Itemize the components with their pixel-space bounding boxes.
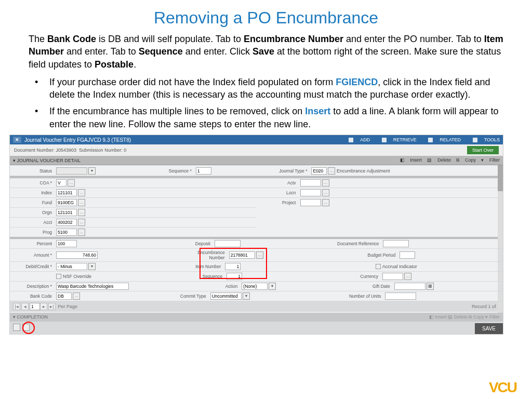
fund-field[interactable] <box>56 199 77 206</box>
journal-type-field[interactable] <box>311 167 327 175</box>
acct-lookup-icon[interactable]: … <box>78 219 85 226</box>
debit-credit-label: Debit/Credit * <box>10 262 54 271</box>
page-title: Removing a PO Encumbrance <box>29 8 503 28</box>
calendar-icon[interactable]: ▦ <box>427 283 434 290</box>
debit-credit-dropdown-icon[interactable]: ▾ <box>88 263 96 270</box>
retrieve-button[interactable]: RETRIEVE <box>377 137 417 142</box>
vcu-logo: VCU <box>489 379 516 396</box>
bank-code-lookup-icon[interactable]: … <box>73 292 80 300</box>
journal-type-lookup-icon[interactable]: … <box>328 167 335 175</box>
prog-field[interactable] <box>56 229 77 236</box>
item-number-field[interactable] <box>225 263 241 270</box>
section-header: ▾ JOURNAL VOUCHER DETAIL ◧ Insert ▤ Dele… <box>10 156 503 165</box>
percent-field[interactable] <box>56 240 77 247</box>
status-label: Status <box>10 166 54 176</box>
start-over-button[interactable]: Start Over <box>467 146 499 154</box>
orgn-lookup-icon[interactable]: … <box>78 209 85 216</box>
sequence-label: Sequence * <box>152 166 194 176</box>
action-field[interactable] <box>242 283 268 290</box>
intro-paragraph: The Bank Code is DB and will self popula… <box>29 33 503 71</box>
locn-label: Locn <box>257 188 298 197</box>
delete-button[interactable]: ▤ Delete <box>427 157 451 163</box>
status-field[interactable] <box>56 167 87 175</box>
bank-code-label: Bank Code <box>10 291 54 301</box>
prev-page-icon[interactable]: ◂ <box>21 303 29 310</box>
project-lookup-icon[interactable]: … <box>322 199 329 206</box>
insert-button[interactable]: ◧ Insert <box>400 157 422 163</box>
acct-field[interactable] <box>56 219 77 226</box>
locn-field[interactable] <box>300 189 321 196</box>
related-icon <box>428 138 433 142</box>
coa-field[interactable] <box>56 179 66 187</box>
bullet-1: If your purchase order did not have the … <box>49 76 503 101</box>
record-count: Record 1 of 1 <box>472 304 500 309</box>
num-units-field[interactable] <box>385 292 416 300</box>
enc-num-label: Encumbrance Number <box>185 249 227 261</box>
comp-btn-1[interactable] <box>13 324 20 331</box>
pager: |◂ ◂ ▸ ▸| Per Page Record 1 of 1 <box>10 301 503 312</box>
last-page-icon[interactable]: ▸| <box>48 303 56 310</box>
app-titlebar: ✕ Journal Voucher Entry FGAJVCD 9.3 (TES… <box>10 135 503 144</box>
fund-label: Fund <box>10 198 54 207</box>
filter-button[interactable]: ▾ Filter <box>481 157 500 163</box>
completion-header: ▾ COMPLETION ◧ Insert ▤ Delete ⧉ Copy ▾ … <box>10 313 503 322</box>
action-dropdown-icon[interactable]: ▾ <box>269 283 276 290</box>
budget-period-label: Budget Period <box>351 249 397 261</box>
save-button[interactable]: SAVE <box>475 323 503 334</box>
currency-field[interactable] <box>382 273 403 280</box>
project-field[interactable] <box>300 199 321 206</box>
nsf-label: NSF Override <box>63 274 91 279</box>
index-lookup-icon[interactable]: … <box>78 189 85 196</box>
next-page-icon[interactable]: ▸ <box>40 303 47 310</box>
amount-field[interactable] <box>56 251 98 259</box>
form-area: Status ▾ Sequence * Journal Type * … Enc… <box>10 165 503 313</box>
doc-ref-field[interactable] <box>383 240 409 247</box>
commit-type-field[interactable] <box>210 292 242 300</box>
num-units-label: Number of Units <box>336 291 383 301</box>
sequence-field[interactable] <box>196 167 211 175</box>
enc-num-lookup-icon[interactable]: … <box>256 251 263 259</box>
gift-date-label: Gift Date <box>345 282 392 291</box>
prog-lookup-icon[interactable]: … <box>78 229 85 236</box>
actv-lookup-icon[interactable]: … <box>322 179 329 187</box>
seq2-field[interactable] <box>227 273 242 280</box>
tools-button[interactable]: TOOLS <box>468 137 500 142</box>
orgn-field[interactable] <box>56 209 77 216</box>
currency-lookup-icon[interactable]: … <box>404 273 411 280</box>
actv-label: Actv <box>257 178 298 188</box>
description-field[interactable] <box>56 283 129 290</box>
actv-field[interactable] <box>300 179 321 187</box>
locn-lookup-icon[interactable]: … <box>322 189 329 196</box>
journal-type-label: Journal Type * <box>268 166 309 176</box>
app-screenshot: ✕ Journal Voucher Entry FGAJVCD 9.3 (TES… <box>9 135 503 335</box>
fund-lookup-icon[interactable]: … <box>78 199 85 206</box>
journal-type-desc: Encumbrance Adjustment <box>337 168 390 174</box>
commit-type-dropdown-icon[interactable]: ▾ <box>243 292 250 300</box>
orgn-label: Orgn <box>10 208 54 217</box>
item-number-label: Item Number <box>181 262 223 271</box>
page-number-field[interactable] <box>30 303 40 310</box>
enc-num-field[interactable] <box>229 251 255 259</box>
bullet-2: If the encumbrance has multiple lines to… <box>49 105 503 130</box>
index-field[interactable] <box>56 189 77 196</box>
description-label: Description * <box>10 282 54 291</box>
seq2-label: Sequence <box>183 272 224 281</box>
add-button[interactable]: ADD <box>343 137 370 142</box>
bank-code-field[interactable] <box>56 292 72 300</box>
status-lookup-icon[interactable]: ▾ <box>88 167 96 175</box>
comp-btn-2[interactable] <box>22 324 30 331</box>
related-button[interactable]: RELATED <box>423 137 461 142</box>
first-page-icon[interactable]: |◂ <box>13 303 20 310</box>
deposit-field[interactable] <box>215 240 241 247</box>
coa-lookup-icon[interactable]: … <box>68 179 75 187</box>
nsf-checkbox[interactable] <box>56 274 61 279</box>
accrual-checkbox[interactable] <box>376 264 381 269</box>
debit-credit-field[interactable] <box>56 263 87 270</box>
app-title: Journal Voucher Entry FGAJVCD 9.3 (TEST8… <box>24 137 338 143</box>
gift-date-field[interactable] <box>394 283 425 290</box>
copy-button[interactable]: ⧉ Copy <box>456 157 476 163</box>
budget-period-field[interactable] <box>400 251 415 259</box>
close-icon[interactable]: ✕ <box>13 137 21 143</box>
project-label: Project <box>257 198 298 207</box>
acct-label: Acct <box>10 218 54 227</box>
